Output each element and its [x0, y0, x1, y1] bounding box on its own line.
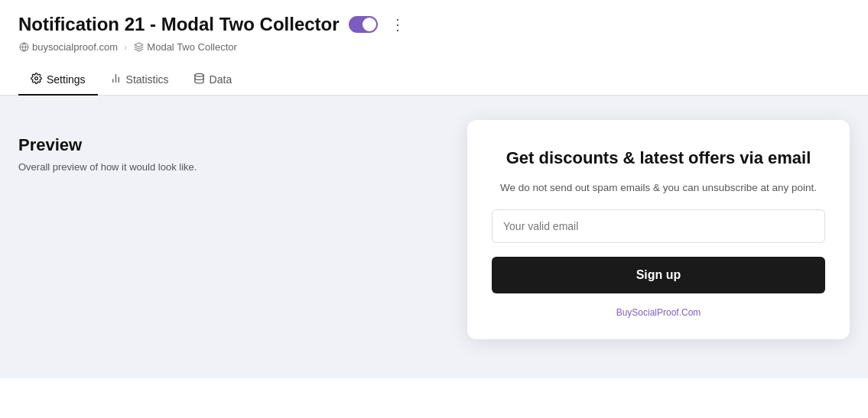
tabs-bar: Settings Statistics Data: [0, 65, 868, 96]
page-title: Notification 21 - Modal Two Collector: [18, 14, 340, 35]
breadcrumb: buysocialproof.com › Modal Two Collector: [18, 41, 850, 53]
settings-icon: [31, 73, 42, 86]
tab-statistics[interactable]: Statistics: [98, 65, 181, 96]
breadcrumb-item-collector: Modal Two Collector: [133, 41, 237, 53]
email-input[interactable]: [492, 209, 825, 243]
svg-point-7: [194, 73, 203, 76]
preview-subtitle: Overall preview of how it would look lik…: [18, 161, 443, 173]
header-top-row: Notification 21 - Modal Two Collector ⋮: [18, 14, 850, 35]
breadcrumb-item-site: buysocialproof.com: [18, 41, 118, 53]
statistics-icon: [110, 73, 122, 86]
breadcrumb-collector-label: Modal Two Collector: [147, 41, 237, 53]
tab-statistics-label: Statistics: [126, 73, 169, 86]
page-header: Notification 21 - Modal Two Collector ⋮ …: [0, 0, 868, 53]
modal-preview-card: Get discounts & latest offers via email …: [467, 120, 850, 339]
svg-marker-2: [135, 43, 143, 47]
preview-section: Preview Overall preview of how it would …: [18, 120, 443, 188]
more-options-icon[interactable]: ⋮: [387, 15, 408, 34]
breadcrumb-separator: ›: [124, 41, 127, 53]
notification-toggle[interactable]: [349, 16, 378, 33]
svg-point-3: [35, 77, 38, 80]
tab-data-label: Data: [210, 73, 232, 86]
breadcrumb-site-label: buysocialproof.com: [32, 41, 118, 53]
preview-title: Preview: [18, 135, 443, 155]
main-content: Preview Overall preview of how it would …: [0, 96, 868, 378]
tab-settings[interactable]: Settings: [18, 65, 98, 96]
data-icon: [193, 73, 205, 86]
layers-icon: [133, 42, 144, 53]
signup-button[interactable]: Sign up: [492, 257, 825, 293]
tab-data[interactable]: Data: [181, 65, 245, 96]
globe-icon: [18, 42, 29, 53]
tab-settings-label: Settings: [47, 73, 86, 86]
modal-heading: Get discounts & latest offers via email: [492, 147, 825, 170]
footer-brand-link[interactable]: BuySocialProof.Com: [492, 307, 825, 318]
modal-subtext: We do not send out spam emails & you can…: [492, 180, 825, 196]
